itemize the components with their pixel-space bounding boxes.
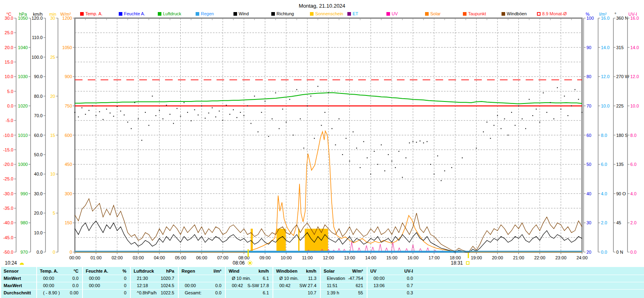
pressure-axis-label: 1010 <box>18 133 28 138</box>
direction-axis-label: 180 S <box>616 133 628 138</box>
temp-axis-label: 20.0 <box>5 45 13 50</box>
direction-dot <box>198 114 198 115</box>
table-cell: 0.00 <box>46 290 78 296</box>
time-label: 24:00 <box>576 255 588 260</box>
direction-dot <box>254 96 255 97</box>
direction-dot <box>377 164 378 165</box>
direction-dot <box>300 118 301 119</box>
direction-dot <box>493 125 494 126</box>
direction-dot <box>89 110 89 111</box>
direction-dot <box>261 112 262 113</box>
direction-dot <box>381 145 382 145</box>
time-label: 23:00 <box>555 255 567 260</box>
table-cell: 11.3 <box>284 275 316 282</box>
humidity-axis-label: 90 <box>586 45 591 50</box>
temp-axis-label: 15.0 <box>5 60 13 64</box>
time-label: 10:00 <box>281 255 292 260</box>
wind-axis-label: 90.0 <box>34 74 43 79</box>
sunshine-axis-label: 10 <box>50 172 55 176</box>
direction-dot <box>127 122 128 122</box>
uv-axis-label: 0.0 <box>630 250 636 255</box>
direction-dot <box>487 122 487 122</box>
direction-dot <box>419 141 420 141</box>
sunrise-value: 08:06 <box>233 260 245 266</box>
rain-axis-label: 12.0 <box>601 74 609 79</box>
direction-dot <box>131 128 132 129</box>
table-cell: 0 <box>94 290 126 296</box>
direction-dot <box>483 131 484 132</box>
direction-dot <box>169 114 170 115</box>
table-cell: 55 <box>331 290 363 296</box>
time-label: 01:00 <box>91 255 102 260</box>
direction-dot <box>244 115 244 116</box>
direction-dot <box>367 157 367 158</box>
stats-table: SensorMinWertMaxWertDurchschnittTemp. A.… <box>1 267 644 298</box>
time-label: 11:00 <box>302 255 313 260</box>
direction-dot <box>346 138 347 139</box>
uv-axis-label: 2.0 <box>630 220 636 225</box>
direction-dot <box>321 125 322 126</box>
table-cell: % <box>102 268 126 275</box>
direction-dot <box>194 109 195 110</box>
temp-axis-label: -20.0 <box>3 162 13 167</box>
sunset-time: 18:31 <box>451 260 470 266</box>
wind-axis-label: 10.0 <box>34 230 43 235</box>
humidity-axis-label: 100 <box>586 16 594 21</box>
direction-axis-label: 0 N <box>616 250 623 255</box>
direction-dot <box>546 112 547 113</box>
direction-dot <box>582 112 582 113</box>
direction-dot <box>264 101 265 101</box>
uv-axis-label: 14.0 <box>630 45 639 50</box>
table-cell: km/h <box>292 268 316 275</box>
uv-axis-label: 16.0 <box>630 16 639 21</box>
direction-dot <box>427 141 427 142</box>
direction-dot <box>332 128 332 129</box>
uv-axis-label: 12.0 <box>630 74 639 79</box>
direction-dot <box>370 174 371 174</box>
direction-dot <box>525 128 526 129</box>
direction-dot <box>184 102 184 103</box>
table-cell: UV <box>370 268 376 275</box>
rain-axis-label: 10.0 <box>601 103 609 108</box>
direction-dot <box>557 87 558 88</box>
direction-dot <box>205 118 206 118</box>
temp-axis-label: 10.0 <box>5 74 13 79</box>
direction-dot <box>462 157 462 158</box>
direction-dot <box>163 118 163 119</box>
temp-axis-label: 25.0 <box>5 30 13 35</box>
direction-dot <box>504 118 505 119</box>
time-label: 17:00 <box>429 255 440 260</box>
table-cell: Solar <box>324 268 335 275</box>
sunrise-time: 08:06 <box>233 260 253 266</box>
rain-axis-label: 0.0 <box>601 250 607 255</box>
direction-dot <box>134 102 135 103</box>
table-col-divider <box>36 267 37 298</box>
table-cell: 0.0 <box>46 275 78 282</box>
direction-dot <box>409 143 410 143</box>
direction-dot <box>109 113 110 114</box>
direction-dot <box>258 131 258 132</box>
direction-dot <box>212 108 213 108</box>
table-cell: 0 <box>94 275 126 282</box>
temp-axis-label: -10.0 <box>3 133 13 138</box>
rain-axis-label: 4.0 <box>601 191 607 196</box>
solar-axis-label: 1050 <box>62 45 72 50</box>
direction-dot <box>511 112 512 113</box>
direction-dot <box>564 96 565 97</box>
direction-dot <box>303 148 304 149</box>
direction-dot <box>405 157 406 158</box>
direction-dot <box>141 140 142 141</box>
sunshine-axis-label: 25 <box>50 55 55 60</box>
temp-axis-label: -25.0 <box>3 176 13 181</box>
direction-dot <box>335 145 336 145</box>
table-cell: km/h <box>245 268 269 275</box>
humidity-axis-label: 40 <box>586 191 591 196</box>
humidity-axis-label: 30 <box>586 220 591 225</box>
time-label: 09:00 <box>260 255 271 260</box>
direction-dot <box>402 177 403 178</box>
direction-dot <box>398 151 399 152</box>
temp-axis-label: -40.0 <box>3 220 13 225</box>
wind-axis-label: 40.0 <box>34 172 43 176</box>
table-cell: 1024.5 <box>142 282 174 289</box>
rain-axis-label: 6.0 <box>601 162 607 167</box>
